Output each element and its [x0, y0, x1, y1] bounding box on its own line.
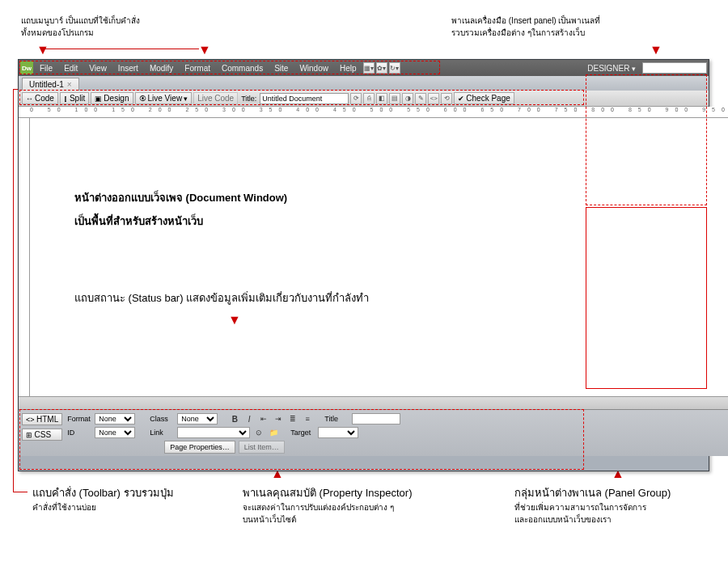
annot-property-l1: พาเนลคุณสมบัติ (Property Inspector) [243, 487, 413, 499]
id-select[interactable]: None [95, 427, 135, 438]
target-label: Target [290, 429, 315, 437]
bold-icon[interactable]: B [229, 413, 240, 424]
menu-window[interactable]: Window [294, 62, 333, 74]
code-view-button[interactable]: ↔Code [22, 92, 58, 104]
toolbar-icon[interactable]: ◑ [402, 93, 413, 104]
connector-line [13, 89, 14, 492]
toolbar-icon[interactable]: ⟳ [350, 93, 362, 104]
arrow-down-icon: ▼ [228, 313, 728, 327]
extend-icon[interactable]: ✿▾ [376, 62, 387, 74]
format-label: Format [67, 415, 91, 423]
tab-untitled[interactable]: Untitled-1 × [22, 78, 79, 91]
tab-label: Untitled-1 [29, 80, 64, 89]
ruler-vertical [19, 118, 30, 396]
page-properties-button[interactable]: Page Properties… [164, 441, 235, 454]
app-window: Dw File Edit View Insert Modify Format C… [18, 59, 709, 471]
list-item-button[interactable]: List Item… [239, 441, 285, 454]
folder-icon[interactable]: 📁 [268, 427, 279, 438]
target-select[interactable] [318, 427, 358, 438]
annot-property-l2: จะแสดงค่าในการปรับแต่งองค์ประกอบต่าง ๆ [243, 501, 413, 513]
app-logo-icon: Dw [20, 61, 33, 74]
toolbar-icon[interactable]: ▤ [389, 93, 400, 104]
search-input[interactable] [642, 62, 707, 74]
annot-menubar-l1: แถบเมนูบาร์ เป็นแถบที่ใช้เก็บคำสั่ง [21, 15, 140, 27]
outdent-icon[interactable]: ⇤ [258, 413, 269, 424]
link-select[interactable] [177, 427, 250, 438]
toolbar-icon[interactable]: ◧ [376, 93, 387, 104]
toolbar-icon[interactable]: ⎙ [363, 93, 375, 104]
arrow-down-icon: ▼ [36, 43, 49, 57]
layout-icon[interactable]: ▦▾ [363, 62, 375, 74]
connector-line [43, 49, 199, 50]
annot-statusbar: แถบสถานะ (Status bar) แสดงข้อมูลเพิ่มเติ… [74, 289, 707, 306]
annot-panelgroup-l1: กลุ่มหน้าต่างพาเนล (Panel Group) [514, 485, 671, 501]
annot-toolbar-l2: คำสั่งที่ใช้งานบ่อย [32, 501, 174, 513]
split-view-button[interactable]: ⫿Split [60, 92, 89, 104]
sync-icon[interactable]: ↻▾ [389, 62, 400, 74]
menu-help[interactable]: Help [335, 62, 362, 74]
live-code-button[interactable]: Live Code [193, 92, 238, 104]
indent-icon[interactable]: ⇥ [273, 413, 284, 424]
check-page-button[interactable]: ✔Check Page [454, 92, 514, 104]
toolbar-icon[interactable]: <> [428, 93, 439, 104]
annot-toolbar-l1: แถบคำสั่ง (Toolbar) รวบรวมปุ่ม [32, 487, 174, 499]
ul-icon[interactable]: ≣ [287, 413, 298, 424]
arrow-down-icon: ▼ [650, 43, 662, 57]
document-area: 0 50 100 150 200 250 300 350 400 450 500… [19, 107, 728, 456]
italic-icon[interactable]: I [243, 413, 255, 424]
class-select[interactable]: None [177, 413, 218, 424]
annot-insert-l2: รวบรวมเครื่องมือต่าง ๆในการสร้างเว็บ [451, 27, 600, 39]
menu-insert[interactable]: Insert [113, 62, 143, 74]
link-label: Link [150, 429, 174, 437]
arrow-down-icon: ▼ [198, 43, 211, 57]
annot-panelgroup-l2: ที่ช่วยเพิ่มความสามารถในการจัดการ [514, 501, 671, 513]
ol-icon[interactable]: ≡ [302, 413, 313, 424]
class-label: Class [150, 415, 174, 423]
document-toolbar: ↔Code ⫿Split ▣Design ⦿Live View ▾ Live C… [19, 91, 709, 107]
prop-html-tab[interactable]: <> HTML [22, 413, 62, 425]
id-label: ID [67, 429, 91, 437]
live-view-button[interactable]: ⦿Live View ▾ [135, 92, 193, 104]
document-tabs: Untitled-1 × [19, 76, 709, 91]
menu-format[interactable]: Format [180, 62, 215, 74]
annot-docwin-l1: หน้าต่างออกแบบเว็จเพจ (Document Window) [74, 187, 707, 210]
point-to-file-icon[interactable]: ⊙ [253, 427, 265, 438]
prop-css-tab[interactable]: ⊞ CSS [22, 429, 62, 441]
menubar: Dw File Edit View Insert Modify Format C… [19, 60, 709, 76]
annot-insert-l1: พาเนลเครื่องมือ (Insert panel) เป็นพาเนล… [451, 15, 600, 27]
annot-panelgroup-l3: และออกแบบหน้าเว็บของเรา [514, 513, 671, 526]
annot-docwin-l2: เป็นพื้นที่สำหรับสร้างหน้าเว็บ [74, 210, 707, 234]
menu-commands[interactable]: Commands [217, 62, 268, 74]
annot-menubar-l2: ทั้งหมดของโปรแกรม [21, 27, 140, 39]
title-label: Title: [239, 95, 258, 103]
workspace-switcher[interactable]: DESIGNER ▾ [584, 64, 639, 73]
menu-view[interactable]: View [84, 62, 112, 74]
ruler-horizontal: 0 50 100 150 200 250 300 350 400 450 500… [19, 107, 728, 118]
document-canvas[interactable]: หน้าต่างออกแบบเว็จเพจ (Document Window) … [30, 118, 728, 396]
title-input[interactable] [352, 413, 400, 424]
close-icon[interactable]: × [67, 80, 72, 89]
statusbar [19, 396, 728, 409]
toolbar-icon[interactable]: ✎ [415, 93, 426, 104]
property-inspector: <> HTML ⊞ CSS Format None Class None B I… [19, 409, 728, 456]
design-view-button[interactable]: ▣Design [91, 92, 133, 104]
format-select[interactable]: None [95, 413, 135, 424]
toolbar-icon[interactable]: ⟲ [441, 93, 452, 104]
annot-property-l3: บนหน้าเว็บไซต์ [243, 513, 413, 526]
menu-edit[interactable]: Edit [59, 62, 83, 74]
title-input[interactable] [260, 93, 349, 104]
workspace: 0 50 100 150 200 250 300 350 400 450 500… [19, 107, 709, 456]
menu-site[interactable]: Site [269, 62, 293, 74]
menu-file[interactable]: File [35, 62, 57, 74]
connector-line [13, 492, 28, 492]
title-label: Title [324, 415, 349, 423]
menu-modify[interactable]: Modify [145, 62, 178, 74]
